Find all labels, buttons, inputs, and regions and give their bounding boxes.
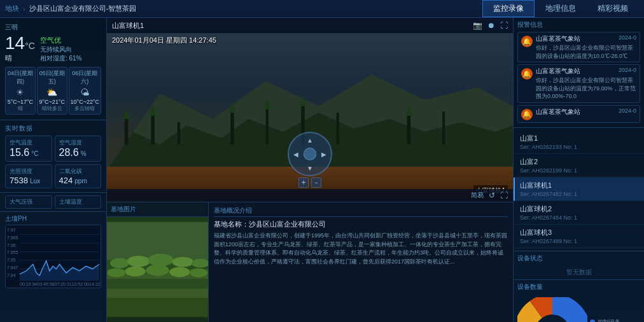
screenshot-icon[interactable]: 📷 bbox=[473, 21, 482, 30]
weather-right: 空气优 无持续风向 相对湿度: 61% bbox=[40, 36, 82, 63]
ptz-zoom-in[interactable]: + bbox=[298, 178, 309, 188]
y-label-3: 7.96 bbox=[7, 243, 18, 248]
forecast-day-2-label: 05日(星期五) bbox=[39, 69, 66, 86]
camera-list-item-5[interactable]: 山富球机3 Ser: AH0267489 No: 1 bbox=[514, 225, 644, 248]
tab-geo[interactable]: 地理信息 bbox=[535, 0, 587, 17]
device-count-section: 设备数量 bbox=[514, 280, 644, 322]
soil-ph-section: 土壤PH 7.97 7.965 7.96 7.955 7.95 7.947 7.… bbox=[0, 212, 106, 322]
camera-expand-icon[interactable]: ⛶ bbox=[500, 191, 508, 200]
x-label-4: 10:52:00 bbox=[72, 282, 89, 286]
alert-text-2: 你好，沙县区山富企业有限公司智慧茶园的设备山站的温度为79.00%，正常范围为0… bbox=[536, 76, 636, 101]
forecast-day-3-icon: 🌤 bbox=[71, 87, 99, 97]
alert-name-3: 山富茗茶气象站 bbox=[536, 108, 580, 116]
chart-y-labels: 7.97 7.965 7.96 7.955 7.95 7.947 7.94 bbox=[7, 228, 18, 277]
base-name: 基地名称：沙县区山富企业有限公司 bbox=[214, 220, 508, 229]
device-pie-chart bbox=[517, 297, 587, 322]
ptz-center[interactable] bbox=[304, 148, 316, 160]
pressure-item: 大气压强 bbox=[5, 195, 52, 209]
record-icon[interactable]: ⏺ bbox=[487, 21, 495, 30]
svg-rect-27 bbox=[107, 298, 208, 317]
legend-item-1: 控制设备 bbox=[590, 318, 640, 322]
air-temp-value: 15.6 bbox=[10, 147, 29, 158]
forecast-day-2-temp: 9°C~21°C bbox=[39, 99, 66, 105]
device-count-title: 设备数量 bbox=[517, 283, 640, 291]
temp-row: 14°C 晴 空气优 无持续风向 相对湿度: 61% bbox=[5, 34, 101, 63]
camera-refresh-icon[interactable]: ↺ bbox=[489, 191, 495, 200]
light-label: 光照强度 bbox=[10, 167, 48, 176]
alert-item-1: 🔔 山富茗茶气象站 2024-0 你好，沙县区山富企业有限公司智慧茶园的设备山站… bbox=[517, 32, 640, 62]
svg-rect-11 bbox=[266, 109, 269, 144]
air-humidity-item: 空气湿度 28.6 % bbox=[55, 136, 102, 162]
camera-list-serial-1: Ser: AH0262193 No: 1 bbox=[520, 144, 639, 150]
svg-point-30 bbox=[148, 254, 174, 267]
ptz-ring: ▲ ▼ ◀ ▶ bbox=[288, 132, 332, 176]
alert-date-3: 2024-0 bbox=[619, 108, 636, 116]
light-unit: Lux bbox=[30, 178, 40, 185]
air-temp-value-row: 15.6 °C bbox=[10, 147, 48, 158]
camera-list-name-5: 山富球机3 bbox=[520, 228, 639, 237]
pie-chart-svg bbox=[517, 297, 587, 322]
tab-video[interactable]: 精彩视频 bbox=[587, 0, 639, 17]
wind-info: 无持续风向 bbox=[40, 45, 82, 54]
alert-text-1: 你好，沙县区山富企业有限公司智慧茶园的设备山站的温度为10.0℃-26.0℃ bbox=[536, 44, 636, 60]
no-data-label: 暂无数据 bbox=[517, 268, 640, 277]
alert-date-1: 2024-0 bbox=[619, 34, 636, 43]
svg-marker-16 bbox=[123, 109, 130, 119]
camera-list-serial-5: Ser: AH0267489 No: 1 bbox=[520, 238, 639, 244]
svg-point-35 bbox=[146, 265, 169, 276]
forecast-day-3-temp: 10°C~22°C bbox=[71, 99, 99, 105]
camera-list-name-1: 山富1 bbox=[520, 134, 639, 143]
breadcrumb: 地块 › 沙县区山富企业有限公司-智慧茶园 bbox=[5, 4, 480, 13]
camera-list-name-3: 山富球机1 bbox=[520, 181, 639, 190]
center-panel: 山富球机1 📷 ⏺ ⛶ bbox=[107, 18, 514, 322]
svg-point-36 bbox=[169, 267, 190, 277]
camera-list-item-2[interactable]: 山富2 Ser: AH0262199 No: 1 bbox=[514, 154, 644, 178]
nav-tabs: 监控录像 地理信息 精彩视频 bbox=[482, 0, 639, 17]
x-label-3: 07:20:21 bbox=[55, 282, 72, 286]
camera-list-item-1[interactable]: 山富1 Ser: AH0262193 No: 1 bbox=[514, 130, 644, 154]
air-humidity-label: 空气湿度 bbox=[59, 139, 97, 147]
y-label-1: 7.97 bbox=[7, 228, 18, 232]
tab-monitor[interactable]: 监控录像 bbox=[482, 0, 535, 17]
base-info-title: 基地概况介绍 bbox=[214, 206, 508, 217]
realtime-title: 实时数据 bbox=[5, 124, 101, 133]
fullscreen-icon[interactable]: ⛶ bbox=[500, 21, 508, 30]
ptz-zoom-controls: + - bbox=[298, 178, 321, 188]
air-humidity-value: 28.6 bbox=[59, 147, 79, 158]
svg-rect-8 bbox=[151, 116, 155, 144]
tea-plantation-svg bbox=[107, 217, 208, 322]
forecast-day-1-temp: 5°C~17°C bbox=[7, 99, 34, 105]
camera-footer: 简易 ↺ ⛶ bbox=[107, 189, 513, 202]
bottom-center: 基地图片 bbox=[107, 202, 514, 322]
ptz-control: ▲ ▼ ◀ ▶ + - bbox=[288, 132, 332, 176]
co2-value-row: 424 ppm bbox=[59, 176, 97, 185]
ptz-right-button[interactable]: ▶ bbox=[318, 148, 330, 160]
svg-point-29 bbox=[127, 256, 150, 267]
camera-list-serial-4: Ser: AH0267484 No: 1 bbox=[520, 214, 639, 221]
camera-list-item-3[interactable]: 山富球机1 Ser: AH0267482 No: 1 bbox=[514, 178, 644, 201]
co2-value: 424 bbox=[59, 176, 73, 185]
humidity-info: 相对湿度: 61% bbox=[40, 54, 82, 63]
device-legend: 控制设备 环境设备 摄像 转到 设置 bbox=[587, 294, 640, 322]
ptz-down-button[interactable]: ▼ bbox=[304, 162, 316, 174]
device-count-content: 控制设备 环境设备 摄像 转到 设置 bbox=[517, 294, 640, 322]
soil-ph-svg bbox=[20, 228, 99, 281]
air-temp-label: 空气温度 bbox=[10, 139, 48, 147]
forecast-row: 04日(星期四) ☀ 5°C~17°C 晴 05日(星期五) ⛅ 9°C~21°… bbox=[5, 67, 101, 115]
camera-list-item-4[interactable]: 山富球机2 Ser: AH0267484 No: 1 bbox=[514, 201, 644, 225]
breadcrumb-home[interactable]: 地块 bbox=[5, 4, 19, 13]
camera-list-serial-3: Ser: AH0267482 No: 1 bbox=[520, 191, 639, 197]
x-label-2: 03:49:58 bbox=[37, 282, 54, 286]
ptz-up-button[interactable]: ▲ bbox=[304, 134, 316, 146]
ptz-left-button[interactable]: ◀ bbox=[290, 148, 302, 160]
forecast-day-1-desc: 晴 bbox=[7, 105, 34, 112]
camera-list-name-2: 山富2 bbox=[520, 157, 639, 167]
top-bar: 地块 › 沙县区山富企业有限公司-智慧茶园 监控录像 地理信息 精彩视频 bbox=[0, 0, 644, 18]
right-panel: 报警信息 🔔 山富茗茶气象站 2024-0 你好，沙县区山富企业有限公司智慧茶园… bbox=[514, 18, 644, 322]
air-temp-item: 空气温度 15.6 °C bbox=[5, 136, 52, 162]
ptz-zoom-out[interactable]: - bbox=[311, 178, 321, 188]
alert-icon-3: 🔔 bbox=[521, 109, 533, 120]
camera-section: 山富球机1 📷 ⏺ ⛶ bbox=[107, 18, 514, 202]
svg-rect-26 bbox=[107, 288, 208, 298]
base-photo-panel: 基地图片 bbox=[107, 202, 209, 322]
